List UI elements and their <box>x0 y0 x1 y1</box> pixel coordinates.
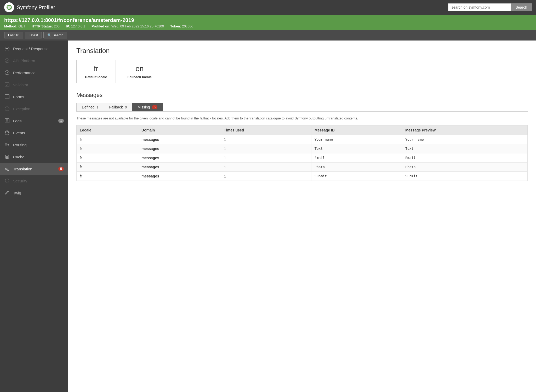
col-locale: Locale <box>77 125 138 135</box>
sidebar-item-logs[interactable]: Logs 1 <box>0 115 68 127</box>
cell-message-preview: Submit <box>402 171 528 181</box>
tab-fallback[interactable]: Fallback 0 <box>104 103 132 111</box>
cell-domain: messages <box>138 162 221 171</box>
cell-domain: messages <box>138 135 221 144</box>
cell-message-id: Email <box>311 153 402 162</box>
brand: SF Symfony Profiler <box>4 2 55 12</box>
sidebar-item-label: Logs <box>13 119 22 123</box>
tab-missing-label: Missing <box>138 105 150 109</box>
form-icon <box>4 94 10 100</box>
search-button[interactable]: 🔍 Search <box>43 32 67 38</box>
gear-icon <box>4 46 10 51</box>
clock-icon <box>4 70 10 76</box>
ip-meta: IP: 127.0.0.1 <box>66 24 85 28</box>
translation-icon: A文 <box>4 166 10 172</box>
sidebar-item-label: Request / Response <box>13 47 49 51</box>
cell-times-used: 1 <box>221 171 311 181</box>
events-icon <box>4 130 10 136</box>
last10-button[interactable]: Last 10 <box>4 32 23 38</box>
cell-locale: fr <box>77 162 138 171</box>
sidebar-item-label: Translation <box>13 167 32 171</box>
table-body: fr messages 1 Your name Your name fr mes… <box>77 135 528 181</box>
table-row: fr messages 1 Your name Your name <box>77 135 528 144</box>
col-domain: Domain <box>138 125 221 135</box>
tab-missing[interactable]: Missing 5 <box>132 103 163 111</box>
tab-fallback-label: Fallback <box>109 105 123 109</box>
navbar: SF Symfony Profiler Search <box>0 0 536 15</box>
sidebar-item-label: Exception <box>13 107 30 111</box>
messages-table: Locale Domain Times used Message ID Mess… <box>76 125 528 181</box>
navbar-search-input[interactable] <box>448 3 511 11</box>
api-icon: API <box>4 58 10 64</box>
cell-message-id: Text <box>311 144 402 153</box>
sidebar-item-performance[interactable]: Performance <box>0 67 68 79</box>
cell-locale: fr <box>77 144 138 153</box>
sidebar-item-security: Security <box>0 175 68 187</box>
request-meta: Method: GET HTTP Status: 200 IP: 127.0.0… <box>4 24 532 28</box>
svg-point-20 <box>5 132 6 133</box>
cell-message-preview: Text <box>402 144 528 153</box>
sidebar-item-translation[interactable]: A文 Translation 5 <box>0 163 68 175</box>
latest-button[interactable]: Latest <box>25 32 42 38</box>
token-meta: Token: 20c66c <box>170 24 193 28</box>
sidebar-item-events[interactable]: Events <box>0 127 68 139</box>
logs-badge: 1 <box>58 119 64 123</box>
cell-domain: messages <box>138 144 221 153</box>
tab-defined-label: Defined <box>82 105 94 109</box>
sidebar-item-api-platform: API API Platform <box>0 55 68 67</box>
cell-locale: fr <box>77 171 138 181</box>
col-times-used: Times used <box>221 125 311 135</box>
cell-message-id: Photo <box>311 162 402 171</box>
fallback-locale-box: en Fallback locale <box>119 60 161 83</box>
svg-point-26 <box>5 155 9 157</box>
symfony-logo: SF <box>4 2 14 12</box>
cell-message-id: Submit <box>311 171 402 181</box>
sidebar-item-cache[interactable]: Cache <box>0 151 68 163</box>
sidebar-item-twig[interactable]: Twig <box>0 187 68 199</box>
message-tabs: Defined 1 Fallback 0 Missing 5 <box>76 103 528 112</box>
sidebar-item-label: Events <box>13 131 25 135</box>
cell-message-id: Your name <box>311 135 402 144</box>
navbar-search-form: Search <box>448 3 532 11</box>
svg-point-21 <box>7 131 8 132</box>
method-meta: Method: GET <box>4 24 25 28</box>
svg-point-2 <box>6 48 8 49</box>
table-row: fr messages 1 Submit Submit <box>77 171 528 181</box>
search-icon: 🔍 <box>47 33 52 37</box>
sidebar-item-label: Performance <box>13 71 36 75</box>
table-row: fr messages 1 Email Email <box>77 153 528 162</box>
table-header: Locale Domain Times used Message ID Mess… <box>77 125 528 135</box>
sidebar-item-forms[interactable]: Forms <box>0 91 68 103</box>
sidebar-item-label: Twig <box>13 191 21 195</box>
sidebar-item-routing[interactable]: Routing <box>0 139 68 151</box>
security-icon <box>4 178 10 184</box>
cell-domain: messages <box>138 153 221 162</box>
default-locale-box: fr Default locale <box>76 60 116 83</box>
svg-text:API: API <box>5 60 8 62</box>
cell-domain: messages <box>138 171 221 181</box>
table-row: fr messages 1 Photo Photo <box>77 162 528 171</box>
status-meta: HTTP Status: 200 <box>32 24 60 28</box>
request-url: https://127.0.0.1:8001/fr/conference/ams… <box>4 17 532 23</box>
brand-text: Symfony Profiler <box>17 4 55 10</box>
sidebar: Request / Response API API Platform Perf… <box>0 41 68 392</box>
navbar-search-button[interactable]: Search <box>511 3 532 11</box>
fallback-locale-label: Fallback locale <box>128 75 152 79</box>
cell-message-preview: Email <box>402 153 528 162</box>
profiled-meta: Profiled on: Wed, 09 Feb 2022 15:16:25 +… <box>92 24 164 28</box>
svg-point-22 <box>8 132 9 133</box>
sidebar-item-label: Cache <box>13 155 24 159</box>
tab-fallback-count: 0 <box>125 105 127 109</box>
col-message-preview: Message Preview <box>402 125 528 135</box>
cell-message-preview: Your name <box>402 135 528 144</box>
sidebar-item-request-response[interactable]: Request / Response <box>0 43 68 55</box>
messages-title: Messages <box>76 92 528 99</box>
svg-text:文: 文 <box>7 168 9 171</box>
translation-badge: 5 <box>58 167 64 171</box>
cell-times-used: 1 <box>221 153 311 162</box>
routing-icon <box>4 142 10 148</box>
sidebar-item-label: Routing <box>13 143 27 147</box>
fallback-locale-code: en <box>128 65 152 73</box>
sidebar-item-label: Security <box>13 179 27 183</box>
tab-defined[interactable]: Defined 1 <box>76 103 104 111</box>
